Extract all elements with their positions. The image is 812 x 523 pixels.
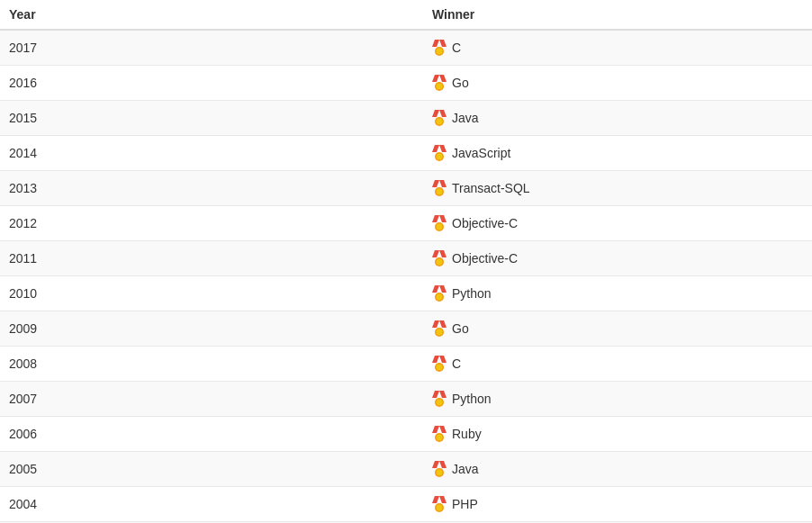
svg-point-11	[437, 119, 443, 125]
svg-marker-9	[439, 110, 447, 117]
winner-cell: Python	[423, 276, 812, 311]
winner-name: Python	[452, 286, 492, 301]
svg-marker-8	[432, 110, 439, 117]
svg-marker-0	[432, 40, 439, 47]
svg-marker-40	[432, 391, 439, 398]
svg-marker-21	[439, 215, 447, 222]
year-cell: 2008	[0, 347, 423, 382]
svg-point-43	[437, 400, 443, 406]
table-row: 2008 C	[0, 347, 812, 382]
svg-marker-53	[439, 496, 447, 503]
winner-cell: PHP	[423, 487, 812, 522]
table-header-row: Year Winner	[0, 0, 812, 30]
year-cell: 2011	[0, 241, 423, 276]
year-cell: 2009	[0, 311, 423, 347]
winner-cell: C	[423, 30, 812, 66]
svg-marker-45	[439, 426, 447, 433]
medal-icon	[432, 215, 447, 231]
svg-point-39	[437, 365, 443, 371]
winner-cell: Java	[423, 101, 812, 136]
svg-marker-5	[439, 75, 447, 82]
medal-icon	[432, 356, 447, 372]
table-row: 2005 Java	[0, 452, 812, 487]
table-row: 2009 Go	[0, 311, 812, 347]
medal-icon	[432, 250, 447, 266]
winner-cell: Go	[423, 311, 812, 347]
svg-point-19	[437, 189, 443, 195]
table-row: 2016 Go	[0, 66, 812, 101]
table-row: 2006 Ruby	[0, 417, 812, 452]
winner-cell: C	[423, 347, 812, 382]
svg-marker-29	[439, 285, 447, 293]
medal-icon	[432, 180, 447, 196]
winner-name: Java	[452, 462, 479, 476]
medal-icon	[432, 40, 447, 56]
table-row: 2012 Objective-C	[0, 206, 812, 241]
main-container: Year Winner 2017 C2016 Go2015	[0, 0, 812, 523]
winner-name: PHP	[452, 497, 478, 511]
medal-icon	[432, 426, 447, 442]
svg-point-3	[437, 49, 443, 55]
year-column-header: Year	[0, 0, 423, 30]
table-row: 2011 Objective-C	[0, 241, 812, 276]
winner-cell: Java	[423, 452, 812, 487]
medal-icon	[432, 461, 447, 477]
svg-point-23	[437, 224, 443, 230]
svg-marker-13	[439, 145, 447, 152]
winners-table: Year Winner 2017 C2016 Go2015	[0, 0, 812, 523]
svg-marker-41	[439, 391, 447, 398]
year-cell: 2006	[0, 417, 423, 452]
year-cell: 2007	[0, 382, 423, 417]
winner-cell: Python	[423, 382, 812, 417]
medal-icon	[432, 110, 447, 126]
table-row: 2007 Python	[0, 382, 812, 417]
svg-point-47	[437, 435, 443, 441]
medal-icon	[432, 285, 447, 302]
winner-cell: Ruby	[423, 417, 812, 452]
svg-point-51	[437, 470, 443, 476]
winner-name: Go	[452, 76, 469, 90]
svg-point-7	[437, 84, 443, 90]
svg-marker-25	[439, 250, 447, 257]
svg-marker-37	[439, 356, 447, 363]
winner-cell: Objective-C	[423, 241, 812, 276]
year-cell: 2010	[0, 276, 423, 311]
svg-marker-16	[432, 180, 439, 187]
svg-marker-17	[439, 180, 447, 187]
medal-icon	[432, 391, 447, 407]
year-cell: 2016	[0, 66, 423, 101]
winner-name: Objective-C	[452, 216, 518, 230]
winner-name: Objective-C	[452, 251, 518, 266]
winner-column-header: Winner	[423, 0, 812, 30]
table-row: 2017 C	[0, 30, 812, 66]
svg-marker-52	[432, 496, 439, 503]
year-cell: 2017	[0, 30, 423, 66]
svg-marker-36	[432, 356, 439, 363]
year-cell: 2004	[0, 487, 423, 522]
winner-name: Ruby	[452, 427, 482, 441]
winner-name: C	[452, 41, 461, 55]
svg-marker-24	[432, 250, 439, 257]
svg-point-55	[437, 505, 443, 511]
winner-cell: Transact-SQL	[423, 171, 812, 206]
svg-marker-1	[439, 40, 447, 47]
winner-cell: Objective-C	[423, 206, 812, 241]
table-row: 2013 Transact-SQL	[0, 171, 812, 206]
winner-name: Java	[452, 111, 479, 125]
svg-marker-20	[432, 215, 439, 222]
medal-icon	[432, 496, 447, 512]
table-row: 2004 PHP	[0, 487, 812, 522]
table-row: 2015 Java	[0, 101, 812, 136]
winner-name: Python	[452, 392, 492, 406]
medal-icon	[432, 75, 447, 91]
svg-point-35	[437, 329, 443, 336]
winner-name: C	[452, 356, 461, 371]
table-row: 2010 Python	[0, 276, 812, 311]
svg-marker-12	[432, 145, 439, 152]
table-row: 2014 JavaScript	[0, 136, 812, 171]
year-cell: 2014	[0, 136, 423, 171]
svg-marker-28	[432, 285, 439, 293]
svg-marker-49	[439, 461, 447, 468]
svg-marker-48	[432, 461, 439, 468]
svg-point-31	[437, 294, 443, 301]
